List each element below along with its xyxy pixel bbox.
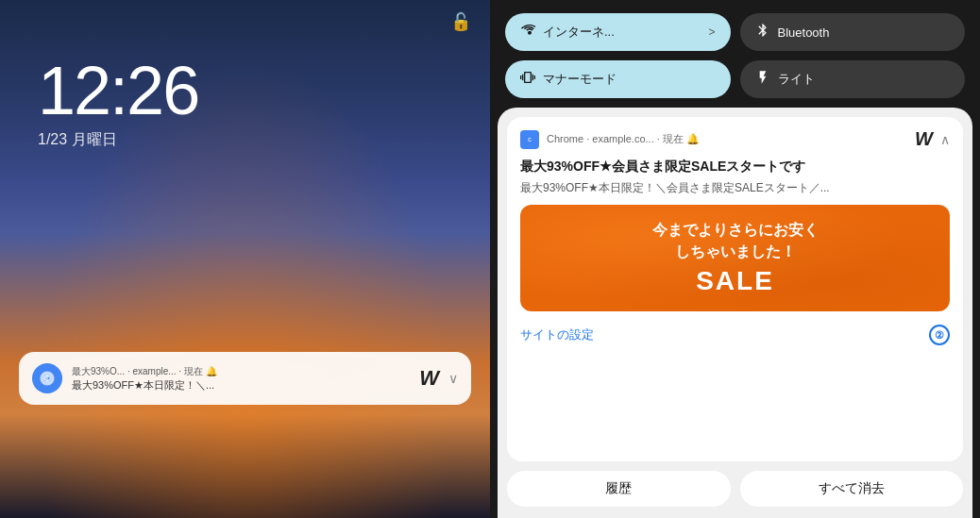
- clock-time: 12:26: [38, 57, 198, 125]
- bluetooth-icon: [755, 23, 770, 42]
- notif-card-body: 最大93%OFF★本日限定！＼会員さま限定SALEスタート／...: [520, 180, 950, 196]
- notif-card-footer: サイトの設定 ②: [520, 321, 950, 345]
- svg-text:C: C: [528, 137, 532, 142]
- status-bar-left: 🔓: [0, 11, 490, 32]
- lock-icon: 🔓: [450, 11, 471, 32]
- wifi-icon: [520, 23, 535, 42]
- notification-panel: C Chrome · example.co... · 現在 🔔 W ∧ 最大93…: [498, 108, 972, 518]
- qs-bluetooth-label: Bluetooth: [778, 25, 951, 40]
- notif-card-meta: Chrome · example.co... · 現在 🔔: [547, 132, 907, 146]
- notif-expand-chevron[interactable]: ∧: [940, 132, 950, 147]
- sale-word: SALE: [532, 266, 938, 296]
- sale-banner: 今までよりさらにお安くしちゃいました！ SALE: [520, 205, 950, 311]
- quick-settings: インターネ... > Bluetooth マナーモード: [490, 0, 980, 108]
- notification-left[interactable]: C 最大93%O... · example... · 現在 🔔 最大93%OFF…: [19, 352, 471, 405]
- chrome-icon: C: [520, 130, 539, 149]
- qs-internet-arrow[interactable]: >: [708, 25, 715, 39]
- notif-body-left: 最大93%OFF★本日限定！＼...: [72, 378, 410, 393]
- qs-internet-btn[interactable]: インターネ... >: [505, 13, 731, 51]
- notification-card[interactable]: C Chrome · example.co... · 現在 🔔 W ∧ 最大93…: [507, 117, 963, 461]
- sale-tagline: 今までよりさらにお安くしちゃいました！: [532, 220, 938, 262]
- qs-internet-label: インターネ...: [543, 24, 701, 41]
- qs-manner-btn[interactable]: マナーモード: [505, 60, 731, 98]
- svg-text:C: C: [44, 375, 50, 383]
- clear-all-button[interactable]: すべて消去: [740, 471, 964, 507]
- qs-flashlight-btn[interactable]: ライト: [740, 60, 966, 98]
- notif-text-left: 最大93%O... · example... · 現在 🔔 最大93%OFF★本…: [72, 365, 410, 393]
- site-settings-link[interactable]: サイトの設定: [520, 326, 594, 343]
- qs-flashlight-label: ライト: [778, 71, 951, 88]
- notif-header-left: 最大93%O... · example... · 現在 🔔: [72, 365, 410, 378]
- vibrate-icon: [520, 70, 535, 89]
- notif-card-header: C Chrome · example.co... · 現在 🔔 W ∧: [520, 128, 950, 150]
- time-display: 12:26 1/23 月曜日: [38, 57, 198, 150]
- notif-card-brand: W: [915, 128, 933, 150]
- notif-actions: 履歴 すべて消去: [498, 461, 972, 518]
- notif-chevron-left[interactable]: ∨: [448, 371, 458, 386]
- history-button[interactable]: 履歴: [507, 471, 731, 507]
- phone-right: インターネ... > Bluetooth マナーモード: [490, 0, 980, 518]
- notif-brand-left: W: [419, 366, 439, 391]
- phone-left: 🔓 12:26 1/23 月曜日 C 最大93%O... · example..…: [0, 0, 490, 518]
- flashlight-icon: [755, 70, 770, 89]
- clock-date: 1/23 月曜日: [38, 130, 198, 150]
- qs-bluetooth-btn[interactable]: Bluetooth: [740, 13, 966, 51]
- notif-app-icon-left: C: [32, 363, 62, 393]
- qs-manner-label: マナーモード: [543, 71, 716, 88]
- notif-card-title: 最大93%OFF★会員さま限定SALEスタートです: [520, 158, 950, 176]
- notif-badge: ②: [929, 325, 950, 345]
